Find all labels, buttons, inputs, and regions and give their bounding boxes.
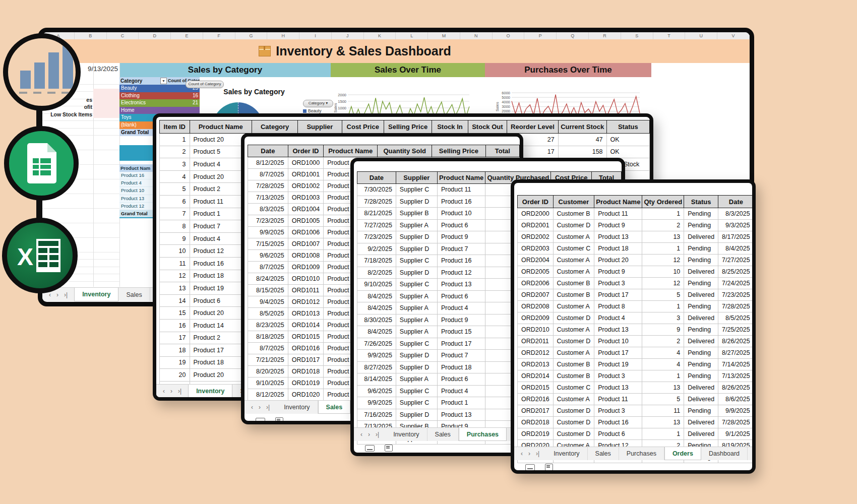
table-cell[interactable]: 7/30/2025 <box>357 184 396 196</box>
table-cell[interactable]: Delivered <box>684 417 718 428</box>
table-cell[interactable]: ORD1016 <box>288 343 324 354</box>
sheet-tab-sales[interactable]: Sales <box>318 401 351 414</box>
table-cell[interactable]: Customer A <box>553 347 594 359</box>
table-cell[interactable]: ORD2016 <box>518 394 554 405</box>
table-cell[interactable]: ORD2013 <box>518 359 554 370</box>
table-cell[interactable]: 16 <box>160 319 190 332</box>
table-cell[interactable]: 7/15/2025 <box>248 238 288 250</box>
table-cell[interactable]: Supplier D <box>396 361 437 373</box>
column-letter[interactable]: M <box>428 32 460 39</box>
table-cell[interactable]: 2 <box>642 336 684 347</box>
column-letter[interactable]: I <box>299 32 332 39</box>
table-cell[interactable]: 8/27/2025 <box>357 361 396 373</box>
table-cell[interactable]: Product 6 <box>437 373 485 386</box>
table-cell[interactable]: 8/24/2025 <box>248 273 288 285</box>
table-cell[interactable]: Delivered <box>684 336 718 347</box>
column-header[interactable]: Supplier <box>396 172 437 184</box>
table-cell[interactable]: 8/26/2025 <box>718 336 752 347</box>
table-cell[interactable]: Product 6 <box>594 428 642 440</box>
table-cell[interactable]: 8/6/2025 <box>718 394 752 405</box>
table-cell[interactable]: 8/27/2025 <box>718 347 752 359</box>
table-cell[interactable]: 1 <box>160 134 190 146</box>
table-cell[interactable]: Product 1 <box>437 397 485 409</box>
table-cell[interactable]: 9/3/2025 <box>718 220 752 231</box>
table-cell[interactable]: ORD1014 <box>288 320 324 331</box>
table-cell[interactable]: 15 <box>160 307 190 320</box>
table-cell[interactable]: 19 <box>160 356 190 369</box>
column-header[interactable]: Customer <box>553 196 594 208</box>
table-cell[interactable]: OK <box>606 134 649 146</box>
table-cell[interactable]: Supplier D <box>396 243 437 255</box>
sheet-tab-inventory[interactable]: Inventory <box>546 447 587 460</box>
table-cell[interactable]: 7/23/2025 <box>248 215 288 227</box>
table-cell[interactable]: Customer A <box>553 324 594 336</box>
table-cell[interactable]: Product 7 <box>437 243 485 255</box>
table-cell[interactable]: ORD2011 <box>518 336 554 347</box>
table-cell[interactable]: Customer D <box>553 312 594 324</box>
table-cell[interactable]: 7/14/2025 <box>718 359 752 370</box>
keyboard-icon[interactable] <box>365 445 375 452</box>
nav-arrow[interactable]: ›| <box>178 388 181 395</box>
table-cell[interactable]: Product 20 <box>594 255 642 266</box>
sheet-tab-inventory[interactable]: Inventory <box>188 385 232 398</box>
table-cell[interactable]: ORD1006 <box>288 227 324 238</box>
table-cell[interactable]: Pending <box>684 243 718 255</box>
table-cell[interactable]: Customer D <box>553 428 594 440</box>
column-letter[interactable]: R <box>589 32 621 39</box>
table-cell[interactable]: Supplier A <box>396 326 437 338</box>
table-cell[interactable]: Product 10 <box>594 336 642 347</box>
table-cell[interactable]: Product 9 <box>437 231 485 243</box>
table-cell[interactable]: Product 13 <box>437 279 485 291</box>
table-cell[interactable]: 5 <box>642 289 684 301</box>
table-cell[interactable]: 7/13/2025 <box>248 192 288 204</box>
sheet-tab-inventory[interactable]: Inventory <box>276 401 318 414</box>
column-header[interactable]: Item ID <box>160 120 190 134</box>
column-header[interactable]: Product Name <box>324 145 378 157</box>
table-cell[interactable]: 9 <box>160 232 190 245</box>
table-cell[interactable]: OK <box>606 146 649 158</box>
column-header[interactable]: Cost Price <box>342 120 384 134</box>
table-cell[interactable]: ORD1000 <box>288 157 324 169</box>
table-cell[interactable]: 7/24/2025 <box>718 278 752 289</box>
table-cell[interactable]: ORD2019 <box>518 428 554 440</box>
table-cell[interactable]: ORD2005 <box>518 266 554 278</box>
nav-arrow[interactable]: ›| <box>64 291 68 298</box>
table-cell[interactable]: 7/18/2025 <box>357 255 396 267</box>
table-cell[interactable]: 8/3/2025 <box>248 204 288 215</box>
table-cell[interactable]: Customer B <box>553 359 594 370</box>
table-cell[interactable]: Customer A <box>553 394 594 405</box>
column-header[interactable]: Stock Out <box>468 120 507 134</box>
table-cell[interactable]: 1 <box>642 370 684 382</box>
table-cell[interactable]: ORD2008 <box>518 301 554 312</box>
table-cell[interactable]: 1 <box>642 208 684 220</box>
table-cell[interactable]: 47 <box>558 134 606 146</box>
table-cell[interactable]: Customer D <box>553 336 594 347</box>
column-letter[interactable]: P <box>524 32 557 39</box>
nav-arrow[interactable]: ‹ <box>521 450 523 457</box>
table-cell[interactable]: Delivered <box>684 231 718 243</box>
table-cell[interactable]: ORD1013 <box>288 308 324 320</box>
nav-arrow[interactable]: › <box>259 404 261 411</box>
table-cell[interactable]: Product 17 <box>594 347 642 359</box>
table-cell[interactable]: Product 11 <box>437 184 485 196</box>
table-cell[interactable]: 4 <box>642 347 684 359</box>
table-cell[interactable]: Customer D <box>553 405 594 417</box>
table-cell[interactable]: Product 3 <box>594 278 642 289</box>
table-cell[interactable]: 7/26/2025 <box>357 338 396 350</box>
column-letter[interactable]: L <box>396 32 428 39</box>
column-letter[interactable]: K <box>364 32 396 39</box>
table-cell[interactable]: 9/10/2025 <box>357 279 396 291</box>
table-cell[interactable]: 7/23/2025 <box>357 231 396 243</box>
table-cell[interactable]: Supplier A <box>396 302 437 314</box>
table-cell[interactable]: Customer B <box>553 278 594 289</box>
table-cell[interactable]: 18 <box>160 344 190 357</box>
table-cell[interactable]: Supplier D <box>396 409 437 421</box>
column-header[interactable]: Current Stock <box>558 120 606 134</box>
sheet-tab-inventory[interactable]: Inventory <box>74 288 118 301</box>
table-cell[interactable]: 8/12/2025 <box>248 389 288 401</box>
table-cell[interactable]: ORD1018 <box>288 366 324 377</box>
table-cell[interactable]: 12 <box>642 278 684 289</box>
table-cell[interactable]: Product 16 <box>437 196 485 208</box>
table-cell[interactable]: 10 <box>642 266 684 278</box>
table-cell[interactable]: ORD2007 <box>518 289 554 301</box>
